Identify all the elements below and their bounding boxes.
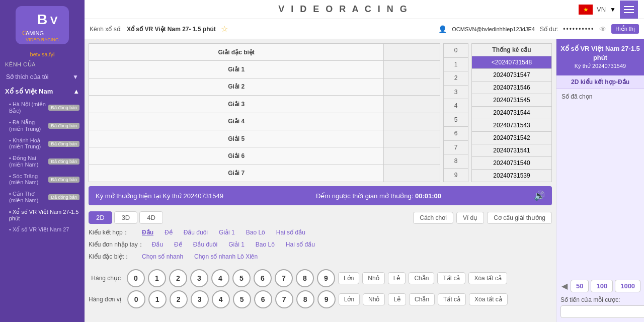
so-da-chon-area — [556, 104, 644, 276]
language-label: VN — [597, 6, 606, 13]
number-col-table: 0 1 2 3 4 5 6 7 8 9 — [443, 43, 468, 182]
hang-chuc-2[interactable]: 2 — [169, 269, 187, 287]
prize-giai2-value — [384, 78, 440, 95]
right-panel-header-line2: phút — [559, 53, 641, 62]
amount-50-button[interactable]: 50 — [571, 280, 589, 292]
tab-2d[interactable]: 2D — [89, 211, 112, 224]
svg-text:V: V — [50, 14, 58, 27]
ky-row-4[interactable]: 20240731544 — [472, 107, 552, 119]
amount-prev-button[interactable]: ◀ — [560, 281, 569, 291]
sidebar-xo-so-header[interactable]: Xổ số Việt Nam ▲ — [0, 84, 85, 99]
hang-don-vi-1[interactable]: 1 — [148, 290, 167, 308]
kieu-ket-hop-dau-duoi[interactable]: Đầu đuôi — [181, 228, 211, 237]
ky-row-1[interactable]: 20240731547 — [472, 69, 552, 82]
sound-icon[interactable]: 🔊 — [534, 190, 545, 201]
kieu-dac-biet-chon-so-nhanh[interactable]: Chọn số nhanh — [139, 252, 186, 261]
kieu-don-nhap-bao-lo[interactable]: Bao Lô — [253, 240, 278, 249]
ky-row-8[interactable]: 20240731540 — [472, 157, 552, 170]
hang-don-vi-6[interactable]: 6 — [254, 290, 272, 308]
hang-chuc-nho[interactable]: Nhỏ — [362, 272, 384, 284]
prize-giai3-value — [384, 96, 440, 113]
num-col-8: 8 — [444, 154, 468, 169]
hang-chuc-9[interactable]: 9 — [317, 269, 335, 287]
hang-don-vi-9[interactable]: 9 — [317, 290, 336, 308]
sidebar-item-vr27[interactable]: • Xổ số VR Việt Nam 27 — [0, 224, 85, 235]
cach-choi-button[interactable]: Cách chơi — [413, 212, 453, 224]
hang-don-vi-le[interactable]: Lẻ — [388, 293, 406, 305]
hamburger-button[interactable] — [620, 1, 638, 19]
kieu-don-nhap-giai1[interactable]: Giải 1 — [225, 240, 248, 249]
ky-row-3[interactable]: 20240731545 — [472, 94, 552, 107]
kieu-don-nhap-hai-so-dau[interactable]: Hai số đầu — [283, 240, 318, 249]
ky-row-5[interactable]: 20240731543 — [472, 119, 552, 132]
so-tien-input[interactable] — [560, 305, 644, 318]
hang-chuc-6[interactable]: 6 — [254, 269, 272, 287]
kieu-don-nhap-dau-duoi[interactable]: Đầu đuôi — [190, 240, 220, 249]
kieu-don-nhap-de[interactable]: Đề — [171, 240, 185, 249]
sidebar-item-khanhhoa[interactable]: • Khánh Hoà (miền Trung) Đã đóng bán — [0, 135, 85, 152]
hang-chuc-0[interactable]: 0 — [127, 269, 145, 287]
prize-giai1-label: Giải 1 — [89, 61, 384, 78]
co-cau-giai-thuong-button[interactable]: Cơ cấu giải thưởng — [487, 212, 552, 224]
hien-thi-button[interactable]: Hiển thị — [611, 24, 639, 34]
favorite-star-icon[interactable]: ☆ — [221, 24, 228, 34]
hang-chuc-8[interactable]: 8 — [296, 269, 314, 287]
hang-don-vi-3[interactable]: 3 — [191, 290, 209, 308]
hang-don-vi-chan[interactable]: Chẵn — [409, 293, 435, 305]
hang-don-vi-xoa-tat-ca[interactable]: Xóa tất cả — [469, 293, 508, 305]
thong-ke-header: Thống kê cầu — [472, 44, 552, 56]
right-panel-header-line1: Xổ số VR Việt Nam 27-1.5 — [559, 44, 641, 53]
amount-100-button[interactable]: 100 — [591, 280, 613, 292]
sidebar-item-cantho[interactable]: • Cần Thơ (miền Nam) Đã đóng bán — [0, 188, 85, 206]
hang-chuc-7[interactable]: 7 — [275, 269, 293, 287]
hang-don-vi-2[interactable]: 2 — [170, 290, 188, 308]
hang-don-vi-tat-ca[interactable]: Tất cả — [438, 293, 466, 305]
hang-chuc-3[interactable]: 3 — [190, 269, 208, 287]
hang-chuc-tat-ca[interactable]: Tất cả — [437, 272, 465, 284]
kieu-ket-hop-de[interactable]: Đề — [162, 228, 176, 237]
kieu-ket-hop-hai-so-dau[interactable]: Hai số đầu — [273, 228, 308, 237]
sidebar-so-thich[interactable]: Sở thích của tôi ▼ — [0, 70, 85, 84]
language-dropdown-icon[interactable]: ▼ — [610, 6, 616, 13]
tab-4d[interactable]: 4D — [139, 211, 163, 224]
hang-don-vi-lon[interactable]: Lớn — [339, 293, 360, 305]
hang-don-vi-4[interactable]: 4 — [212, 290, 230, 308]
sidebar-item-danang[interactable]: • Đà Nẵng (miền Trung) Đã đóng bán — [0, 117, 85, 135]
bet-action-btns: Cách chơi Ví dụ Cơ cấu giải thưởng — [413, 212, 552, 224]
hang-don-vi-8[interactable]: 8 — [296, 290, 314, 308]
center-panel: Giải đặc biệt Giải 1 Giải 2 Giải 3 — [85, 39, 556, 322]
sidebar-item-dongnai[interactable]: • Đồng Nai (miền Nam) Đã đóng bán — [0, 152, 85, 171]
amount-1000-button[interactable]: 1000 — [615, 280, 640, 292]
hang-don-vi-nho[interactable]: Nhỏ — [363, 293, 385, 305]
hang-chuc-le[interactable]: Lẻ — [388, 272, 406, 284]
hang-don-vi-0[interactable]: 0 — [127, 290, 145, 308]
hang-chuc-1[interactable]: 1 — [148, 269, 166, 287]
hang-chuc-chan[interactable]: Chẵn — [409, 272, 434, 284]
tab-3d[interactable]: 3D — [114, 211, 138, 224]
kieu-dac-biet-lo-xien[interactable]: Chọn số nhanh Lô Xiên — [191, 252, 261, 261]
hang-chuc-lon[interactable]: Lớn — [338, 272, 359, 284]
ky-row-0[interactable]: <20240731548 — [472, 56, 552, 69]
hang-chuc-4[interactable]: 4 — [211, 269, 229, 287]
kieu-don-nhap-dau[interactable]: Đầu — [149, 240, 166, 249]
kieu-don-nhap-label: Kiểu đơn nhập tay： — [89, 240, 144, 249]
ky-row-7[interactable]: 20240731541 — [472, 144, 552, 157]
hang-chuc-xoa-tat-ca[interactable]: Xóa tất cả — [468, 272, 507, 284]
ky-row-2[interactable]: 20240731546 — [472, 82, 552, 94]
kieu-ket-hop-giai1[interactable]: Giải 1 — [216, 228, 238, 237]
kieu-ket-hop-dau[interactable]: Đầu — [139, 228, 156, 237]
hang-chuc-5[interactable]: 5 — [232, 269, 251, 287]
hang-don-vi-5[interactable]: 5 — [233, 290, 251, 308]
sidebar-item-soctrang[interactable]: • Sóc Trăng (miền Nam) Đã đóng bán — [0, 171, 85, 188]
ky-row-6[interactable]: 20240731542 — [472, 132, 552, 144]
num-col-6: 6 — [444, 127, 468, 141]
num-col-3: 3 — [444, 85, 468, 99]
sidebar-item-hanoi[interactable]: • Hà Nội (miền Bắc) Đã đóng bán — [0, 99, 85, 117]
stats-col-table: Thống kê cầu <20240731548 20240731547 20… — [471, 43, 552, 182]
hang-don-vi-7[interactable]: 7 — [275, 290, 293, 308]
kieu-ket-hop-bao-lo[interactable]: Bao Lô — [243, 228, 268, 237]
sidebar-item-vr27-15[interactable]: • Xổ số VR Việt Nam 27-1.5 phút — [0, 206, 85, 224]
num-col-5: 5 — [444, 113, 468, 127]
ky-row-9[interactable]: 20240731539 — [472, 170, 552, 182]
vi-du-button[interactable]: Ví dụ — [456, 212, 484, 224]
